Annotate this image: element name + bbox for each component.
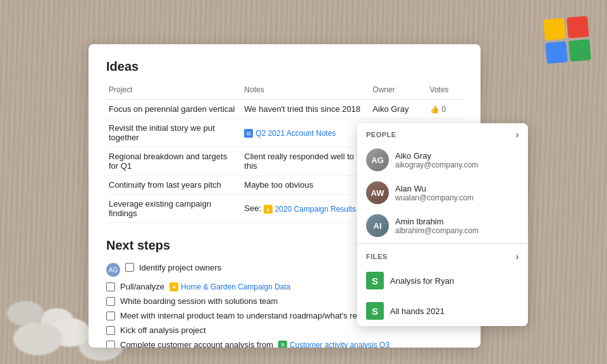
- notes-prefix: See:: [244, 203, 263, 213]
- table-row: Focus on perennial garden vertical We ha…: [106, 100, 463, 119]
- person-info: Alan Wu wualan@company.com: [395, 184, 474, 202]
- project-cell: Focus on perennial garden vertical: [106, 100, 242, 119]
- checkbox[interactable]: [106, 312, 115, 320]
- sheets-icon: S: [366, 272, 384, 289]
- checklist-item-text: Identify project owners: [139, 263, 221, 272]
- notes-cell: See: ▲ 2020 Campaign Results: [242, 195, 370, 223]
- ideas-title: Ideas: [106, 59, 463, 74]
- file-item-all-hands-2021[interactable]: S All hands 2021: [357, 296, 528, 326]
- checkbox[interactable]: [106, 297, 115, 306]
- project-cell: Revisit the initial story we put togethe…: [106, 119, 242, 147]
- drive-icon: ▲: [264, 205, 273, 214]
- person-email: albrahim@company.com: [395, 226, 479, 235]
- list-item: Complete customer account analysis from …: [106, 337, 463, 348]
- sheets-icon: S: [278, 341, 287, 348]
- people-section-header: PEOPLE ›: [357, 123, 528, 143]
- person-name: Amin Ibrahim: [395, 217, 479, 226]
- checklist-item-text: Pull/analyze: [120, 282, 164, 291]
- files-section-header: FILES ›: [357, 245, 528, 265]
- google-logo: [543, 16, 591, 64]
- notes-cell: D Q2 2021 Account Notes: [242, 119, 370, 147]
- checkbox[interactable]: [125, 263, 134, 272]
- person-info: Amin Ibrahim albrahim@company.com: [395, 217, 479, 235]
- checklist-item-text: Meet with internal product team to under…: [120, 311, 395, 320]
- chip-label: Q2 2021 Account Notes: [255, 129, 336, 138]
- drive-icon: ▲: [169, 282, 178, 291]
- docs-icon: D: [244, 129, 253, 138]
- checklist-item-text: Kick off analysis project: [120, 325, 206, 335]
- person-item-amin-ibrahim[interactable]: AI Amin Ibrahim albrahim@company.com: [357, 209, 528, 242]
- avatar: AW: [366, 181, 389, 204]
- chip-label: Home & Garden Campaign Data: [181, 282, 290, 291]
- chip-label: Customer activity analysis Q3: [290, 341, 389, 348]
- checklist-chip-link[interactable]: ▲ Home & Garden Campaign Data: [169, 282, 290, 291]
- chevron-right-icon[interactable]: ›: [516, 130, 519, 140]
- notes-chip-link[interactable]: D Q2 2021 Account Notes: [244, 129, 336, 138]
- files-section-label: FILES: [366, 253, 388, 260]
- file-item-analysis-for-ryan[interactable]: S Analysis for Ryan: [357, 265, 528, 296]
- votes-cell: 👍 0: [427, 100, 463, 119]
- section-divider: [357, 243, 528, 244]
- google-green-quad: [568, 39, 591, 62]
- vote-count: 0: [442, 105, 446, 114]
- person-email: wualan@company.com: [395, 193, 474, 202]
- checkbox[interactable]: [106, 326, 115, 335]
- avatar: AG: [106, 263, 120, 277]
- notes-cell: Maybe too obvious: [242, 176, 370, 195]
- avatar: AI: [366, 214, 389, 237]
- project-cell: Continuity from last years pitch: [106, 176, 242, 195]
- project-cell: Leverage existing campaign findings: [106, 195, 242, 223]
- person-name: Aiko Gray: [395, 151, 478, 161]
- col-header-votes: Votes: [427, 83, 463, 100]
- project-cell: Regional breakdown and targets for Q1: [106, 147, 242, 176]
- person-info: Aiko Gray aikogray@company.com: [395, 151, 478, 169]
- sheets-icon: S: [366, 302, 384, 320]
- col-header-owner: Owner: [370, 83, 427, 100]
- file-name: All hands 2021: [390, 306, 445, 316]
- person-item-aiko-gray[interactable]: AG Aiko Gray aikogray@company.com: [357, 143, 528, 176]
- person-item-alan-wu[interactable]: AW Alan Wu wualan@company.com: [357, 176, 528, 209]
- checklist-chip-link[interactable]: S Customer activity analysis Q3: [278, 341, 389, 348]
- notes-cell: Client really responded well to this: [242, 147, 370, 176]
- people-section-label: PEOPLE: [366, 131, 396, 138]
- checklist-item-text: White boarding session with solutions te…: [120, 296, 278, 306]
- google-yellow-quad: [543, 18, 566, 40]
- google-red-quad: [567, 16, 589, 39]
- person-email: aikogray@company.com: [395, 161, 478, 169]
- col-header-project: Project: [106, 83, 242, 100]
- checkbox[interactable]: [106, 341, 115, 348]
- chip-label: 2020 Campaign Results: [275, 205, 356, 214]
- person-name: Alan Wu: [395, 184, 474, 193]
- notes-chip-link[interactable]: ▲ 2020 Campaign Results: [264, 205, 356, 214]
- avatar: AG: [366, 149, 389, 171]
- chevron-right-icon[interactable]: ›: [516, 252, 519, 262]
- checkbox[interactable]: [106, 282, 115, 291]
- autocomplete-dropdown: PEOPLE › AG Aiko Gray aikogray@company.c…: [357, 123, 528, 326]
- col-header-notes: Notes: [242, 83, 370, 100]
- thumbs-up-icon: 👍: [430, 105, 439, 114]
- notes-cell: We haven't tried this since 2018: [242, 100, 370, 119]
- checklist-item-text: Complete customer account analysis from: [120, 340, 273, 348]
- owner-cell: Aiko Gray: [370, 100, 427, 119]
- google-blue-quad: [545, 41, 568, 64]
- file-name: Analysis for Ryan: [390, 276, 454, 286]
